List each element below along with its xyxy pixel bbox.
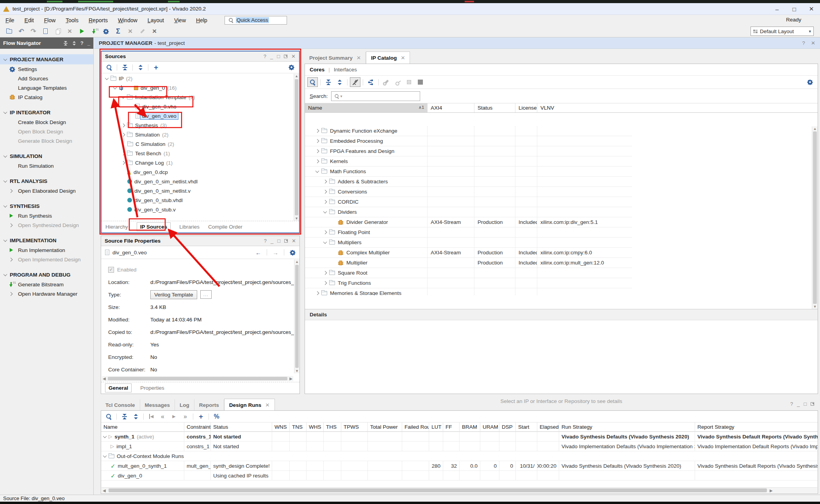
column-header-total-power[interactable]: Total Power: [367, 422, 402, 432]
float-icon[interactable]: [811, 402, 814, 406]
ip-row-divider-generator[interactable]: Divider GeneratorAXI4-StreamProductionIn…: [305, 217, 812, 227]
run-row-impl_1[interactable]: ▷impl_1constrs_1Not startedVivado Implem…: [101, 442, 818, 451]
ip-row-conversions[interactable]: Conversions: [305, 187, 812, 197]
generate-bitstream-small-button[interactable]: 01: [89, 27, 99, 36]
chevron-collapsed-icon[interactable]: [316, 149, 319, 153]
subtab-cores[interactable]: Cores: [310, 67, 324, 73]
tab-project-summary[interactable]: Project Summary✕: [305, 52, 366, 64]
expand-all-icon[interactable]: [72, 41, 76, 45]
nav-item-open-hardware-manager[interactable]: Open Hardware Manager: [0, 289, 93, 298]
run-row-out-of-context-module-runs[interactable]: Out-of-Context Module Runs: [101, 451, 818, 461]
source-item-synthesis[interactable]: Synthesis(3): [102, 121, 294, 130]
nav-section-project-manager[interactable]: PROJECT MANAGER: [0, 54, 93, 64]
chevron-collapsed-icon[interactable]: [323, 200, 327, 204]
chevron-expanded-icon[interactable]: [4, 57, 7, 61]
source-item-div_gen_0.dcp[interactable]: div_gen_0.dcp: [102, 167, 294, 177]
ip-row-multiplier[interactable]: MultiplierProductionIncludedxilinx.com:i…: [305, 258, 812, 268]
source-item-div_gen_0.vho[interactable]: div_gen_0.vho: [102, 102, 294, 111]
chevron-expanded-icon[interactable]: [4, 238, 7, 242]
column-header-failed-routes[interactable]: Failed Routes: [402, 422, 429, 432]
nav-section-simulation[interactable]: SIMULATION: [0, 151, 93, 161]
expand-all-button[interactable]: [135, 62, 146, 72]
column-header-whs[interactable]: WHS: [306, 422, 323, 432]
column-header-name[interactable]: Name: [101, 422, 184, 432]
sfp-horizontal-scrollbar[interactable]: ◀▶: [102, 376, 293, 381]
copy-button[interactable]: [52, 27, 63, 36]
source-item-change-log[interactable]: Change Log(1): [102, 158, 294, 167]
ip-row-kernels[interactable]: Kernels: [305, 156, 812, 167]
filter-pin-button[interactable]: [350, 77, 360, 87]
nav-section-implementation[interactable]: IMPLEMENTATION: [0, 235, 93, 245]
minimize-icon[interactable]: _: [797, 401, 800, 407]
column-header-start[interactable]: Start: [515, 422, 537, 432]
source-item-instantiation-template[interactable]: Instantiation Template(2): [102, 92, 294, 102]
layout-selector[interactable]: Default Layout ▾: [750, 27, 814, 36]
source-item-ip[interactable]: IP(2): [102, 74, 294, 83]
resume-button[interactable]: ▶: [169, 412, 179, 421]
ip-settings-button[interactable]: [404, 77, 414, 87]
column-header-license[interactable]: License: [515, 103, 537, 112]
chevron-expanded-icon[interactable]: [121, 95, 125, 99]
chevron-collapsed-icon[interactable]: [323, 281, 327, 285]
source-item-div_gen_0_stub.v[interactable]: div_gen_0_stub.v: [102, 205, 294, 214]
menu-tools[interactable]: Tools: [66, 17, 78, 23]
settings-button[interactable]: [101, 27, 111, 36]
source-item-c-simulation[interactable]: C Simulation(2): [102, 139, 294, 149]
cancel-button[interactable]: ×: [125, 27, 135, 36]
source-item-div_gen_0_stub.vhdl[interactable]: div_gen_0_stub.vhdl: [102, 195, 294, 205]
ip-row-trig-functions[interactable]: Trig Functions: [305, 278, 812, 288]
ip-row-floating-point[interactable]: Floating Point: [305, 227, 812, 238]
source-item-div_gen_0[interactable]: div_gen_0(16): [102, 83, 294, 92]
source-item-div_gen_0_sim_netlist.v[interactable]: div_gen_0_sim_netlist.v: [102, 186, 294, 195]
source-item-div_gen_0_sim_netlist.vhdl[interactable]: div_gen_0_sim_netlist.vhdl: [102, 177, 294, 186]
column-header-report-strategy[interactable]: Report Strategy: [695, 422, 818, 432]
nav-section-synthesis[interactable]: SYNTHESIS: [0, 201, 93, 211]
column-header-axi4[interactable]: AXI4: [427, 103, 474, 112]
open-project-button[interactable]: [4, 27, 14, 36]
ip-row-memories-&-storage-elements[interactable]: Memories & Storage Elements: [305, 288, 812, 295]
tab-properties[interactable]: Properties: [140, 385, 164, 391]
menu-help[interactable]: Help: [196, 17, 207, 23]
minimize-icon[interactable]: _: [87, 40, 90, 46]
nav-section-rtl-analysis[interactable]: RTL ANALYSIS: [0, 176, 93, 186]
float-icon[interactable]: [284, 55, 287, 58]
tab-messages[interactable]: Messages: [140, 399, 175, 411]
search-button[interactable]: [103, 412, 114, 421]
collapse-all-button[interactable]: [119, 62, 130, 72]
chevron-collapsed-icon[interactable]: [121, 133, 125, 137]
chevron-expanded-icon[interactable]: [105, 76, 109, 80]
column-header-ths[interactable]: THS: [323, 422, 341, 432]
expand-all-button[interactable]: [130, 412, 141, 421]
chevron-expanded-icon[interactable]: [323, 240, 327, 244]
menu-file[interactable]: File: [5, 17, 14, 23]
chevron-collapsed-icon[interactable]: [121, 123, 125, 127]
ip-catalog-scrollbar[interactable]: ▲ ▼: [812, 126, 818, 309]
chevron-expanded-icon[interactable]: [103, 434, 107, 438]
chevron-collapsed-icon[interactable]: [323, 271, 327, 275]
chevron-collapsed-icon[interactable]: [121, 161, 125, 165]
menu-layout[interactable]: Layout: [148, 17, 164, 23]
nav-item-run-synthesis[interactable]: Run Synthesis: [0, 211, 93, 220]
type-select-button[interactable]: Verilog Template: [150, 290, 197, 299]
collapse-all-icon[interactable]: [64, 41, 68, 45]
close-button[interactable]: ✕: [803, 3, 820, 15]
sfp-vertical-scrollbar[interactable]: ▲▼: [294, 259, 299, 373]
license-key-button[interactable]: [392, 77, 403, 87]
run-row-div_gen_0[interactable]: ✓div_gen_0Using cached IP results: [101, 471, 818, 481]
chevron-expanded-icon[interactable]: [4, 110, 7, 114]
nav-section-program-and-debug[interactable]: PROGRAM AND DEBUG: [0, 270, 93, 280]
settings-button[interactable]: [286, 62, 297, 72]
chevron-collapsed-icon[interactable]: [9, 189, 13, 193]
ip-row-math-functions[interactable]: Math Functions: [305, 167, 812, 177]
close-tab-icon[interactable]: ✕: [401, 55, 405, 61]
run-row-synth_1[interactable]: ▷synth_1 (active)constrs_1Not startedViv…: [101, 432, 818, 442]
menu-window[interactable]: Window: [118, 17, 137, 23]
nav-item-add-sources[interactable]: Add Sources: [0, 74, 93, 83]
ip-search-input[interactable]: ▾: [331, 91, 420, 101]
chevron-collapsed-icon[interactable]: [316, 160, 319, 163]
close-icon[interactable]: ✕: [291, 53, 296, 59]
quick-access-search[interactable]: Quick Access: [225, 16, 287, 25]
more-options-button[interactable]: ...: [200, 290, 212, 299]
subtab-interfaces[interactable]: Interfaces: [334, 67, 357, 73]
report-summary-button[interactable]: Σ: [113, 27, 123, 36]
